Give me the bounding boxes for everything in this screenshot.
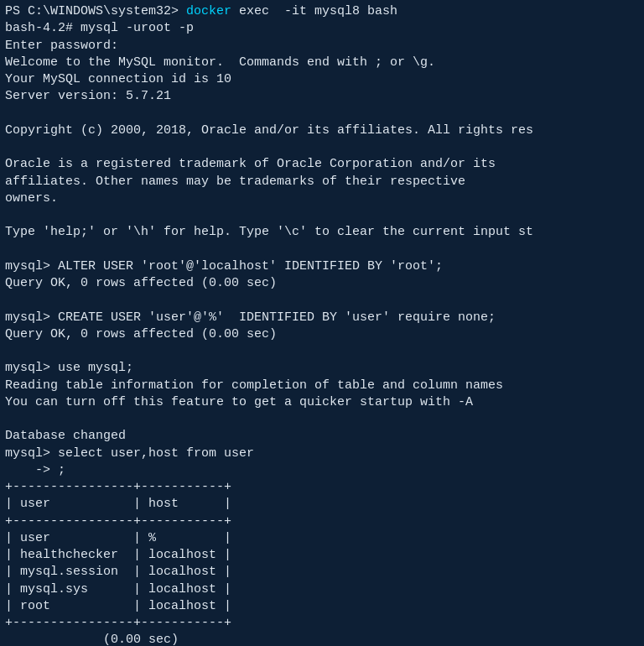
line-query-time: (0.00 sec) — [5, 632, 639, 646]
line-18 — [5, 292, 639, 309]
line-12: owners. — [5, 190, 639, 207]
line-9 — [5, 139, 639, 156]
table-row-3: | mysql.session | localhost | — [5, 564, 639, 581]
line-1: PS C:\WINDOWS\system32> docker exec -it … — [5, 3, 639, 20]
table-top-border: +----------------+-----------+ — [5, 479, 639, 496]
line-24: You can turn off this feature to get a q… — [5, 394, 639, 411]
terminal-output: PS C:\WINDOWS\system32> docker exec -it … — [5, 3, 639, 646]
table-row-2: | healthchecker | localhost | — [5, 547, 639, 564]
line-7 — [5, 106, 639, 122]
line-11: affiliates. Other names may be trademark… — [5, 174, 639, 190]
line-3: Enter password: — [5, 38, 639, 55]
line-13 — [5, 207, 639, 224]
line-27: mysql> select user,host from user — [5, 445, 639, 462]
line-21 — [5, 343, 639, 360]
line-14: Type 'help;' or '\h' for help. Type '\c'… — [5, 224, 639, 241]
line-28: -> ; — [5, 462, 639, 479]
line-23: Reading table information for completion… — [5, 378, 639, 394]
line-17: Query OK, 0 rows affected (0.00 sec) — [5, 275, 639, 292]
line-25 — [5, 411, 639, 428]
line-5: Your MySQL connection id is 10 — [5, 71, 639, 88]
table-header-border: +----------------+-----------+ — [5, 513, 639, 530]
table-row-1: | user | % | — [5, 530, 639, 547]
table-row-5: | root | localhost | — [5, 598, 639, 615]
line-20: Query OK, 0 rows affected (0.00 sec) — [5, 326, 639, 343]
line-8: Copyright (c) 2000, 2018, Oracle and/or … — [5, 122, 639, 139]
line-26: Database changed — [5, 428, 639, 445]
line-2: bash-4.2# mysql -uroot -p — [5, 20, 639, 37]
line-16: mysql> ALTER USER 'root'@'localhost' IDE… — [5, 258, 639, 275]
line-15 — [5, 242, 639, 258]
line-22: mysql> use mysql; — [5, 360, 639, 377]
table-bottom-border: +----------------+-----------+ — [5, 615, 639, 632]
line-10: Oracle is a registered trademark of Orac… — [5, 156, 639, 173]
line-19: mysql> CREATE USER 'user'@'%' IDENTIFIED… — [5, 310, 639, 326]
line-4: Welcome to the MySQL monitor. Commands e… — [5, 55, 639, 71]
table-header-row: | user | host | — [5, 496, 639, 513]
terminal-window[interactable]: PS C:\WINDOWS\system32> docker exec -it … — [0, 0, 644, 646]
line-6: Server version: 5.7.21 — [5, 88, 639, 105]
table-row-4: | mysql.sys | localhost | — [5, 581, 639, 598]
